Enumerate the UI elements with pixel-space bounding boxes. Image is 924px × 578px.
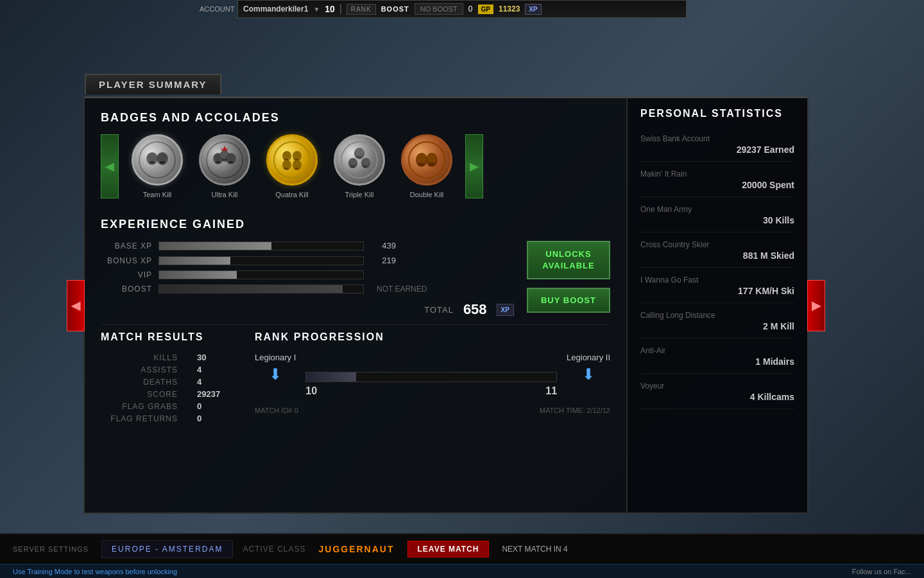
- xp-total-label: TOTAL: [424, 305, 454, 315]
- badge-triple-kill-icon: [334, 134, 385, 186]
- badges-row: Team Kill: [132, 134, 452, 198]
- rank-to-num: 11: [545, 385, 557, 397]
- svg-point-18: [274, 142, 310, 178]
- bonus-xp-label: BONUS XP: [101, 256, 152, 265]
- stat-card-go-fast: I Wanna Go Fast 177 KM/H Ski: [640, 276, 794, 303]
- personal-statistics: PERSONAL STATISTICS Swiss Bank Account 2…: [628, 98, 807, 512]
- top-bar: ACCOUNT Commanderkiler1 ▼ 10 RANK BOOST …: [237, 0, 687, 18]
- stat-card-one-man-army: One Man Army 30 Kills: [640, 205, 794, 232]
- svg-rect-34: [357, 156, 361, 158]
- stat-flag-returns-value: 0: [197, 414, 229, 423]
- vip-xp-fill: [159, 271, 237, 279]
- badge-double-kill-label: Double Kill: [410, 191, 444, 198]
- stat-card-long-distance: Calling Long Distance 2 M Kill: [640, 311, 794, 338]
- server-settings-label[interactable]: SERVER SETTINGS: [0, 545, 101, 553]
- svg-rect-30: [295, 168, 298, 170]
- stat-score-value: 29237: [197, 389, 229, 399]
- badge-next-button[interactable]: ▶: [465, 134, 483, 198]
- stat-deaths-value: 4: [197, 377, 229, 387]
- rank-number: 10: [325, 4, 335, 14]
- bonus-xp-fill: [159, 257, 230, 265]
- nav-right-button[interactable]: ▶: [807, 280, 825, 331]
- rank-from: Legionary I ⬇: [255, 353, 296, 383]
- base-xp-fill: [159, 242, 271, 250]
- svg-rect-16: [228, 161, 233, 163]
- bonus-xp-bar: [158, 256, 364, 265]
- stat-card-voyeur: Voyeur 4 Killcams: [640, 381, 794, 409]
- stat-flag-returns-row: FLAG RETURNS 0: [101, 414, 229, 423]
- xp-bars-area: BASE XP 439 BONUS XP 219: [101, 241, 514, 318]
- svg-rect-44: [418, 163, 424, 166]
- experience-title: EXPERIENCE GAINED: [101, 218, 610, 231]
- match-id: MATCH ID# 0: [255, 407, 298, 414]
- stat-swiss-bank-value: 29237 Earned: [640, 144, 794, 155]
- leave-match-button[interactable]: LEAVE MATCH: [407, 541, 490, 557]
- stat-flag-grabs-label: FLAG GRABS: [101, 402, 178, 411]
- buttons-area: UNLOCKS AVAILABLE BUY BOOST: [527, 241, 610, 313]
- svg-point-43: [416, 153, 427, 162]
- main-panel: PLAYER SUMMARY ◀ ▶ BADGES AND ACCOLADES …: [83, 96, 809, 514]
- stat-card-swiss-bank: Swiss Bank Account 29237 Earned: [640, 134, 794, 162]
- stat-voyeur-value: 4 Killcams: [640, 392, 794, 402]
- stat-long-distance-name: Calling Long Distance: [640, 311, 794, 320]
- stat-assists-value: 4: [197, 365, 229, 374]
- svg-rect-27: [284, 168, 288, 170]
- next-match: NEXT MATCH IN 4: [489, 545, 580, 554]
- stat-card-cross-country: Cross Country Skier 881 M Skied: [640, 240, 794, 268]
- badge-triple-kill: Triple Kill: [334, 134, 385, 198]
- svg-point-2: [147, 153, 157, 162]
- svg-rect-13: [222, 159, 227, 161]
- badge-team-kill-label: Team Kill: [143, 191, 172, 198]
- vip-xp-row: VIP: [101, 270, 514, 279]
- match-results-title: MATCH RESULTS: [101, 331, 229, 343]
- stat-kills-label: KILLS: [101, 353, 178, 362]
- bonus-xp-value: 219: [370, 256, 396, 265]
- xp-and-buttons: BASE XP 439 BONUS XP 219: [101, 241, 610, 318]
- bottom-bar: SERVER SETTINGS EUROPE - AMSTERDAM ACTIV…: [0, 533, 924, 564]
- stat-assists-label: ASSISTS: [101, 365, 178, 374]
- badge-quatra-kill: Quatra Kill: [266, 134, 318, 198]
- stat-long-distance-value: 2 M Kill: [640, 321, 794, 331]
- badge-double-kill-icon: [401, 134, 452, 186]
- boost-xp-bar: [158, 285, 364, 293]
- stat-makin-rain-name: Makin' It Rain: [640, 170, 794, 179]
- xp-icon: XP: [525, 4, 541, 15]
- stat-score-row: SCORE 29237: [101, 389, 229, 399]
- badge-quatra-kill-icon: [266, 134, 318, 186]
- badge-quatra-kill-label: Quatra Kill: [275, 191, 308, 198]
- badge-ultra-kill-label: Ultra Kill: [212, 191, 238, 198]
- stat-card-anti-air: Anti-Air 1 Midairs: [640, 346, 794, 374]
- gp-badge: GP: [478, 4, 493, 14]
- rank-progress-bar: [305, 372, 557, 382]
- boost-xp-label: BOOST: [101, 285, 152, 293]
- svg-point-46: [427, 153, 437, 162]
- vip-xp-label: VIP: [101, 270, 152, 279]
- stat-kills-value: 30: [197, 353, 229, 362]
- stats-table: KILLS 30 ASSISTS 4 DEATHS 4 SCORE: [101, 353, 229, 423]
- rank-progress-container: Legionary I ⬇ 10 11: [255, 353, 610, 397]
- svg-marker-17: [221, 146, 228, 151]
- stat-anti-air-value: 1 Midairs: [640, 356, 794, 367]
- rank-progression-title: RANK PROGRESSION: [255, 331, 610, 343]
- badge-team-kill-icon: [132, 134, 183, 186]
- rank-label: RANK: [346, 4, 376, 15]
- dropdown-arrow-icon[interactable]: ▼: [313, 6, 320, 13]
- nav-left-button[interactable]: ◀: [67, 280, 85, 331]
- active-class-value: JUGGERNAUT: [316, 544, 398, 554]
- badge-prev-button[interactable]: ◀: [101, 134, 119, 198]
- match-time: MATCH TIME: 2/12/12: [540, 407, 610, 414]
- stat-anti-air-name: Anti-Air: [640, 346, 794, 355]
- base-xp-row: BASE XP 439: [101, 241, 514, 250]
- buy-boost-button[interactable]: BUY BOOST: [527, 288, 610, 313]
- badges-container: ◀: [101, 134, 610, 198]
- vip-xp-bar: [158, 270, 364, 279]
- stat-flag-returns-label: FLAG RETURNS: [101, 414, 178, 423]
- boost-xp-fill: [159, 285, 343, 293]
- xp-total-icon: XP: [497, 304, 514, 316]
- stat-cross-country-name: Cross Country Skier: [640, 240, 794, 249]
- rank-numbers: 10 11: [305, 385, 557, 397]
- unlocks-available-button[interactable]: UNLOCKS AVAILABLE: [527, 241, 610, 279]
- boost-not-earned: NOT EARNED: [377, 285, 427, 293]
- stat-flag-grabs-value: 0: [197, 401, 229, 411]
- stat-deaths-label: DEATHS: [101, 378, 178, 387]
